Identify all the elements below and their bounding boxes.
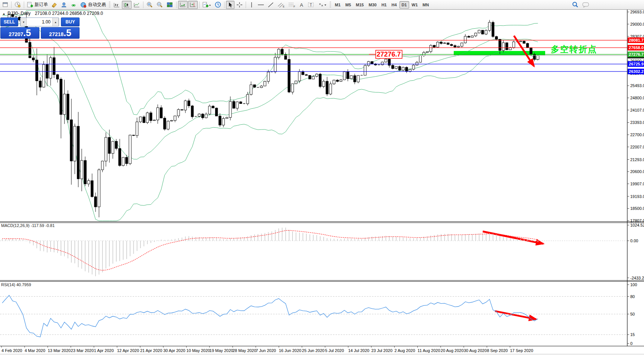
tf-D1[interactable]: D1: [399, 1, 409, 9]
vertical-line-icon: [249, 2, 254, 8]
arrows-tool[interactable]: [316, 1, 328, 9]
svg-text:25493.0: 25493.0: [630, 83, 644, 88]
svg-text:18500.0: 18500.0: [630, 206, 644, 211]
volume-decrease-button[interactable]: ▾: [20, 18, 27, 26]
auto-trading-button[interactable]: 自动交易: [79, 1, 107, 9]
tf-H1[interactable]: H1: [379, 1, 389, 9]
svg-text:17 Sep 2020: 17 Sep 2020: [510, 348, 533, 353]
metatrader-window: 新订单 自动交易 E F A T M1: [0, 0, 644, 355]
svg-text:1 Apr 2020: 1 Apr 2020: [94, 348, 114, 353]
sell-button[interactable]: SELL: [0, 17, 18, 26]
window-icon: [3, 2, 8, 7]
tf-M15[interactable]: M15: [354, 1, 366, 9]
sell-price[interactable]: 27207.5: [0, 27, 39, 39]
new-order-button[interactable]: 新订单: [26, 1, 49, 9]
chat-icon: [582, 2, 589, 8]
svg-text:20600.0: 20600.0: [630, 169, 644, 174]
main-toolbar: 新订单 自动交易 E F A T M1: [0, 0, 644, 10]
zoom-out-icon: [156, 1, 163, 8]
tf-MN[interactable]: MN: [420, 1, 431, 9]
svg-text:21 Apr 2020: 21 Apr 2020: [140, 348, 162, 353]
community-button[interactable]: [59, 1, 69, 9]
svg-text:E: E: [283, 5, 285, 8]
tf-W1[interactable]: W1: [410, 1, 420, 9]
user-cloud-icon: [61, 2, 67, 8]
eraser-icon: [51, 2, 58, 8]
svg-text:12 Apr 2020: 12 Apr 2020: [117, 348, 139, 353]
chat-button[interactable]: [580, 1, 591, 9]
buy-price-frac: .5: [64, 28, 71, 38]
cursor-icon: [227, 2, 233, 8]
svg-text:16 Jun 2020: 16 Jun 2020: [279, 348, 301, 353]
svg-text:8 Sep 2020: 8 Sep 2020: [487, 348, 508, 353]
svg-text:10 May 2020: 10 May 2020: [187, 348, 210, 353]
text-label-tool[interactable]: T: [306, 1, 316, 9]
svg-text:25 Jun 2020: 25 Jun 2020: [302, 348, 325, 353]
signals-button[interactable]: [69, 1, 78, 9]
text-tool[interactable]: A: [298, 1, 306, 9]
auto-scroll-button[interactable]: [178, 1, 188, 9]
tile-windows-button[interactable]: [165, 1, 175, 9]
svg-text:21293.0: 21293.0: [630, 157, 644, 162]
ohlc-values: 27108.0 27244.0 26856.0 27209.0: [35, 11, 103, 16]
macd-label: MACD(12,26,9) -117.59 -0.81: [1, 223, 55, 228]
chart-surface[interactable]: 27276.7多空转折点29693.029000.028307.027593.0…: [0, 10, 644, 355]
search-button[interactable]: [570, 1, 580, 9]
svg-text:19 May 2020: 19 May 2020: [210, 348, 233, 353]
cursor-tool-button[interactable]: [226, 1, 234, 9]
volume-value[interactable]: 1.00: [27, 18, 52, 26]
trendline-tool[interactable]: [266, 1, 276, 9]
svg-text:11 Aug 2020: 11 Aug 2020: [418, 348, 440, 353]
fibonacci-tool[interactable]: F: [287, 1, 297, 9]
bar-chart-button[interactable]: [112, 1, 122, 9]
svg-text:20 Aug 2020: 20 Aug 2020: [441, 348, 464, 353]
svg-text:30 Apr 2020: 30 Apr 2020: [163, 348, 185, 353]
tick-chart-button[interactable]: [13, 1, 22, 9]
volume-increase-button[interactable]: ▴: [52, 18, 59, 26]
svg-text:0: 0: [630, 341, 632, 346]
turning-point-annotation: 多空转折点: [551, 44, 597, 54]
zoom-in-icon: [146, 1, 153, 8]
svg-text:24800.0: 24800.0: [630, 96, 644, 100]
buy-price-main: 27218: [49, 29, 64, 40]
svg-text:A: A: [300, 2, 303, 8]
zoom-in-button[interactable]: [145, 1, 155, 9]
svg-text:13 Mar 2020: 13 Mar 2020: [48, 348, 71, 353]
svg-text:14 Jul 2020: 14 Jul 2020: [348, 348, 369, 353]
styler-button[interactable]: [50, 1, 59, 9]
vertical-line-tool[interactable]: [247, 1, 256, 9]
arrows-icon: [318, 2, 327, 8]
line-chart-icon: [133, 2, 140, 8]
svg-text:22700.0: 22700.0: [630, 132, 644, 137]
chart-shift-icon: [190, 2, 196, 8]
auto-scroll-icon: [179, 2, 186, 8]
charts-window-button[interactable]: [1, 1, 10, 9]
svg-text:27658.0: 27658.0: [629, 45, 644, 50]
horizontal-line-tool[interactable]: [256, 1, 266, 9]
buy-button[interactable]: BUY: [61, 17, 80, 26]
svg-text:26725.9: 26725.9: [629, 62, 644, 66]
svg-text:0.00: 0.00: [630, 239, 638, 243]
period-settings-button[interactable]: [213, 1, 223, 9]
rsi-label: RSI(14) 40.7959: [1, 282, 31, 287]
equidistant-channel-tool[interactable]: E: [276, 1, 287, 9]
tf-M1[interactable]: M1: [333, 1, 343, 9]
svg-text:29000.0: 29000.0: [630, 22, 644, 26]
buy-price[interactable]: 27218.5: [41, 27, 80, 39]
tf-M30[interactable]: M30: [366, 1, 379, 9]
svg-text:1024.52: 1024.52: [630, 223, 644, 227]
clock-icon: [215, 1, 221, 8]
svg-text:100: 100: [630, 282, 637, 287]
chart-shift-button[interactable]: [188, 1, 198, 9]
svg-text:23 Jul 2020: 23 Jul 2020: [371, 348, 392, 353]
candlestick-chart-button[interactable]: [122, 1, 132, 9]
text-icon: A: [299, 2, 304, 8]
svg-text:5 Jul 2020: 5 Jul 2020: [325, 348, 344, 353]
crosshair-tool-button[interactable]: [235, 1, 244, 9]
tf-H4[interactable]: H4: [389, 1, 399, 9]
add-indicator-icon: [203, 2, 211, 8]
tf-M5[interactable]: M5: [343, 1, 353, 9]
zoom-out-button[interactable]: [155, 1, 165, 9]
line-chart-button[interactable]: [132, 1, 142, 9]
add-indicator-button[interactable]: [201, 1, 213, 9]
